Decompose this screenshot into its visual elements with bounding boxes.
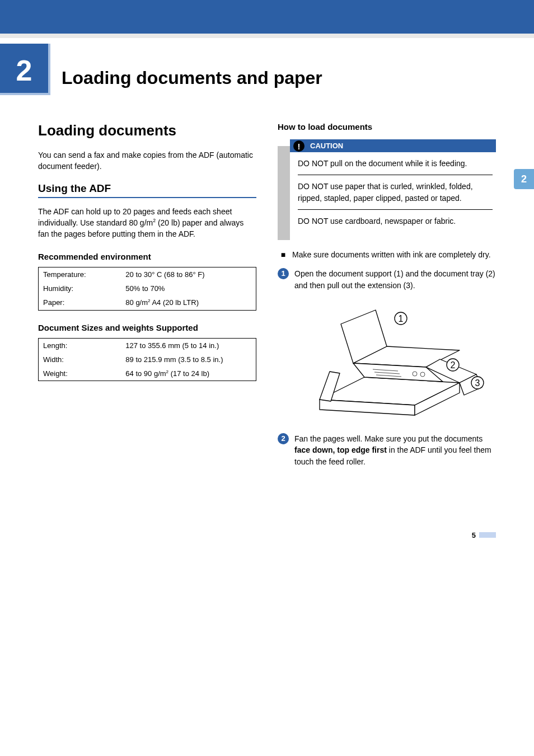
svg-text:2: 2 — [451, 360, 456, 370]
svg-text:1: 1 — [399, 314, 404, 323]
chapter-number: 2 — [0, 44, 50, 95]
top-blue-band — [0, 0, 534, 34]
caution-label: CAUTION — [310, 142, 343, 150]
step-text: Open the document support (1) and the do… — [294, 268, 496, 291]
fax-machine-illustration: 1 2 3 — [278, 299, 496, 422]
table-row: Weight: 64 to 90 g/m2 (17 to 24 lb) — [39, 367, 256, 381]
adf-desc: The ADF can hold up to 20 pages and feed… — [38, 206, 256, 240]
adf-heading: Using the ADF — [38, 182, 256, 198]
svg-text:3: 3 — [475, 378, 480, 388]
page-num-accent — [479, 532, 496, 538]
env-table: Temperature: 20 to 30° C (68 to 86° F) H… — [38, 267, 256, 310]
sizes-heading: Document Sizes and weights Supported — [38, 323, 256, 332]
step-text: Fan the pages well. Make sure you put th… — [294, 433, 496, 467]
caution-item: DO NOT pull on the document while it is … — [298, 158, 493, 175]
caution-box: ! CAUTION DO NOT pull on the document wh… — [278, 139, 496, 240]
page-number: 5 — [38, 531, 496, 539]
side-tab: 2 — [514, 169, 534, 189]
step-number: 2 — [278, 433, 289, 444]
env-heading: Recommended environment — [38, 252, 256, 261]
section-intro: You can send a fax and make copies from … — [38, 149, 256, 172]
sizes-table: Length: 127 to 355.6 mm (5 to 14 in.) Wi… — [38, 338, 256, 381]
table-row: Width: 89 to 215.9 mm (3.5 to 8.5 in.) — [39, 353, 256, 367]
step-number: 1 — [278, 268, 289, 279]
caution-item: DO NOT use cardboard, newspaper or fabri… — [298, 215, 493, 232]
chapter-title: Loading documents and paper — [62, 68, 322, 88]
svg-point-12 — [413, 372, 417, 376]
table-row: Humidity: 50% to 70% — [39, 281, 256, 295]
table-row: Temperature: 20 to 30° C (68 to 86° F) — [39, 267, 256, 282]
caution-icon: ! — [293, 140, 305, 152]
chapter-header: 2 Loading documents and paper — [0, 44, 496, 95]
table-row: Length: 127 to 355.6 mm (5 to 14 in.) — [39, 338, 256, 353]
step-item: 1 Open the document support (1) and the … — [278, 268, 496, 291]
svg-point-13 — [420, 372, 425, 377]
bullet-item: ■ Make sure documents written with ink a… — [278, 249, 496, 260]
howto-heading: How to load documents — [278, 122, 496, 132]
step-item: 2 Fan the pages well. Make sure you put … — [278, 433, 496, 467]
caution-item: DO NOT use paper that is curled, wrinkle… — [298, 181, 493, 210]
table-row: Paper: 80 g/m2 A4 (20 lb LTR) — [39, 295, 256, 310]
square-bullet-icon: ■ — [278, 249, 289, 260]
section-title: Loading documents — [38, 122, 256, 139]
